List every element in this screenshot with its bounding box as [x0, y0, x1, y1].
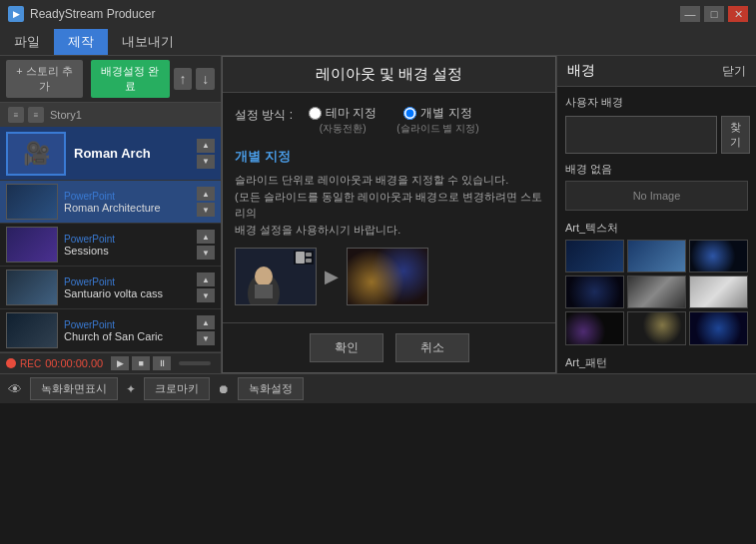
- bg-thumb-texture-2[interactable]: [689, 240, 748, 272]
- maximize-button[interactable]: □: [704, 6, 724, 22]
- slide-ctrl-down-3[interactable]: ▼: [197, 331, 215, 345]
- menubar: 파일 제작 내보내기: [0, 28, 756, 56]
- menu-export[interactable]: 내보내기: [108, 29, 188, 55]
- no-image-section: 배경 없음 No Image: [565, 162, 748, 211]
- slide-ctrl-down-0[interactable]: ▼: [197, 203, 215, 217]
- radio-theme-sub: (자동전환): [320, 122, 367, 136]
- sort-down-button[interactable]: ↓: [196, 68, 215, 90]
- screen-icon: 👁: [8, 381, 22, 397]
- slide-category-1: PowerPoint: [64, 234, 193, 245]
- add-story-button[interactable]: + 스토리 추가: [6, 60, 83, 98]
- list-item[interactable]: PowerPoint Church of San Caric ▲ ▼: [0, 309, 221, 352]
- list-item[interactable]: PowerPoint Sessions ▲ ▼: [0, 224, 221, 267]
- user-bg-label: 사용자 배경: [565, 95, 748, 110]
- slide-ctrl-up-0[interactable]: ▲: [197, 187, 215, 201]
- app-title: ReadyStream Producer: [30, 7, 155, 21]
- slide-info-roman: Roman Arch: [74, 146, 193, 161]
- menu-produce[interactable]: 제작: [54, 29, 108, 55]
- slide-info-2: PowerPoint Santuario volta cass: [64, 276, 193, 299]
- radio-theme-text: 테마 지정: [326, 105, 377, 122]
- slide-ctrl-down-1[interactable]: ▼: [197, 246, 215, 260]
- bg-thumb-texture-6[interactable]: [565, 311, 624, 344]
- bg-panel: 배경 닫기 사용자 배경 찾기 배경 없음 No Image: [556, 56, 756, 373]
- radio-options: 테마 지정 (자동전환) 개별 지정 (슬라이드 별 지정): [309, 105, 479, 136]
- record-settings-button[interactable]: 녹화설정: [238, 377, 304, 400]
- slide-move-down[interactable]: ▼: [197, 155, 215, 169]
- art-pattern-section: Art_패턴: [565, 355, 748, 373]
- radio-theme-label[interactable]: 테마 지정: [309, 105, 377, 122]
- titlebar-controls: — □ ✕: [680, 6, 748, 22]
- slide-controls-1: ▲ ▼: [197, 230, 215, 260]
- slide-ctrl-up-3[interactable]: ▲: [197, 315, 215, 329]
- slide-category-3: PowerPoint: [64, 319, 193, 330]
- list-item[interactable]: PowerPoint Roman Architecture ▲ ▼: [0, 181, 221, 224]
- slide-move-up[interactable]: ▲: [197, 139, 215, 153]
- titlebar: ▶ ReadyStream Producer — □ ✕: [0, 0, 756, 28]
- svg-rect-10: [255, 284, 273, 298]
- list-item[interactable]: 🎥 Roman Arch ▲ ▼: [0, 127, 221, 181]
- art-texture-thumbnails: [565, 240, 748, 345]
- chroma-key-button[interactable]: 크로마키: [144, 377, 210, 400]
- slide-ctrl-up-2[interactable]: ▲: [197, 272, 215, 286]
- radio-theme-input[interactable]: [309, 107, 322, 120]
- slide-controls-0: ▲ ▼: [197, 187, 215, 217]
- slide-ctrl-down-2[interactable]: ▼: [197, 288, 215, 302]
- slide-thumb-2: [6, 270, 58, 305]
- preview-thumb-bokeh: [347, 248, 428, 305]
- rec-play-btn[interactable]: ▶: [111, 356, 129, 370]
- slide-info-0: PowerPoint Roman Architecture: [64, 191, 193, 214]
- preview-thumb-person: [235, 248, 317, 305]
- bg-thumb-texture-7[interactable]: [627, 311, 686, 344]
- art-texture-label: Art_텍스처: [565, 221, 748, 236]
- bg-thumb-texture-3[interactable]: [565, 275, 624, 308]
- bg-thumb-texture-1[interactable]: [627, 240, 686, 272]
- thumb-icon-overlay: [294, 251, 314, 265]
- dialog-title: 레이아웃 및 배경 설정: [223, 57, 555, 93]
- list-item[interactable]: PowerPoint Santuario volta cass ▲ ▼: [0, 267, 221, 309]
- sort-up-button[interactable]: ↑: [174, 68, 193, 90]
- bg-thumb-texture-5[interactable]: [689, 275, 748, 308]
- individual-section: 개별 지정 슬라이드 단위로 레이아웃과 배경을 지정할 수 있습니다. (모든…: [235, 148, 543, 305]
- radio-theme-group: 테마 지정 (자동전환): [309, 105, 377, 136]
- bg-panel-close-button[interactable]: 닫기: [722, 63, 746, 80]
- cancel-button[interactable]: 취소: [395, 333, 469, 362]
- svg-rect-11: [296, 252, 305, 264]
- rec-stop-btn[interactable]: ■: [132, 356, 150, 370]
- bg-complete-button[interactable]: 배경설정 완료: [91, 60, 170, 98]
- slide-category-0: PowerPoint: [64, 191, 193, 202]
- bg-thumb-texture-0[interactable]: [565, 240, 624, 272]
- slide-thumb-1: [6, 227, 58, 263]
- slide-preview-row: ▶: [235, 248, 543, 305]
- bg-panel-body: 사용자 배경 찾기 배경 없음 No Image Art_텍스처: [557, 87, 756, 373]
- confirm-button[interactable]: 확인: [310, 333, 383, 362]
- minimize-button[interactable]: —: [680, 6, 700, 22]
- radio-individual-label[interactable]: 개별 지정: [403, 105, 471, 122]
- slide-thumb-3: [6, 312, 58, 348]
- radio-individual-sub: (슬라이드 별 지정): [396, 122, 478, 136]
- dialog-footer: 확인 취소: [223, 322, 555, 372]
- section-title: 개별 지정: [235, 148, 543, 166]
- dialog-body: 설정 방식 : 테마 지정 (자동전환) 개별 지: [223, 93, 555, 322]
- rec-pause-btn[interactable]: ⏸: [153, 356, 171, 370]
- user-bg-section: 사용자 배경 찾기: [565, 95, 748, 154]
- close-button[interactable]: ✕: [728, 6, 748, 22]
- menu-file[interactable]: 파일: [0, 29, 54, 55]
- svg-point-9: [255, 267, 273, 286]
- radio-individual-group: 개별 지정 (슬라이드 별 지정): [396, 105, 478, 136]
- art-pattern-label: Art_패턴: [565, 355, 748, 370]
- bg-search-button[interactable]: 찾기: [721, 116, 750, 154]
- story-name: Story1: [50, 109, 82, 121]
- left-section: + 스토리 추가 배경설정 완료 ↑ ↓ ≡ ≡ Story1 �: [0, 56, 222, 373]
- section-desc: 슬라이드 단위로 레이아웃과 배경을 지정할 수 있습니다. (모든 슬라이드를…: [235, 172, 543, 238]
- bg-thumb-texture-4[interactable]: [627, 275, 686, 308]
- radio-individual-input[interactable]: [403, 107, 416, 120]
- bg-thumb-texture-8[interactable]: [689, 311, 748, 344]
- bg-search-input[interactable]: [565, 116, 717, 154]
- layer-bg-dialog: 레이아웃 및 배경 설정 설정 방식 : 테마 지정 (자동전환): [222, 56, 556, 373]
- slide-thumb-roman: 🎥: [6, 132, 66, 176]
- slide-ctrl-up-1[interactable]: ▲: [197, 230, 215, 244]
- slide-controls-3: ▲ ▼: [197, 315, 215, 345]
- rec-time: 00:00:00.00: [45, 357, 103, 369]
- screen-display-button[interactable]: 녹화화면표시: [30, 377, 118, 400]
- no-image-box[interactable]: No Image: [565, 181, 748, 211]
